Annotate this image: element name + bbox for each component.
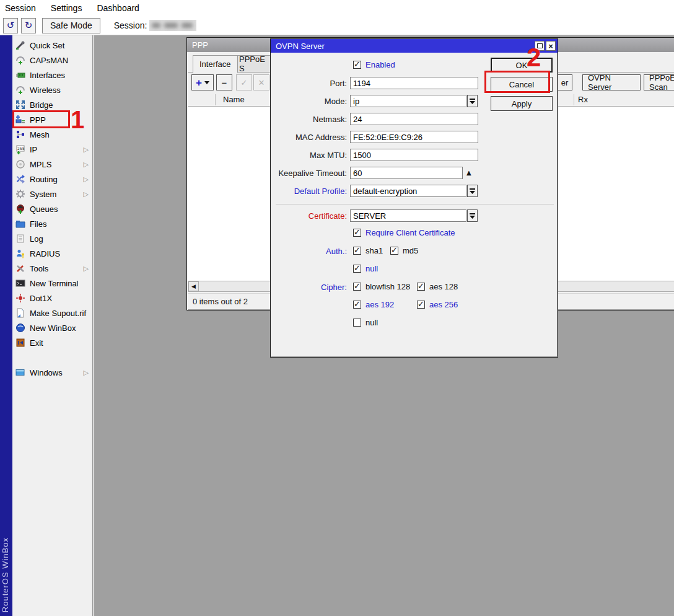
cipher-aes256-checkbox[interactable] xyxy=(417,301,425,309)
auth-sha1-checkbox[interactable] xyxy=(353,247,361,255)
sidebar-item-queues[interactable]: Queues xyxy=(12,201,92,216)
enable-button[interactable]: ✓ xyxy=(236,74,252,90)
menu-session[interactable]: Session xyxy=(5,3,36,13)
sidebar-item-label: Interfaces xyxy=(30,71,65,80)
brand-text: RouterOS WinBox xyxy=(1,537,12,612)
partial-server-button[interactable]: er xyxy=(557,74,572,90)
spinner-up-icon[interactable]: ▲ xyxy=(466,169,471,176)
sidebar-item-label: MPLS xyxy=(30,160,51,169)
cipher-aes128-checkbox[interactable] xyxy=(417,283,425,291)
mac-address-field[interactable] xyxy=(350,131,478,143)
port-label: Port: xyxy=(276,79,347,88)
default-profile-field[interactable] xyxy=(350,185,466,197)
port-field[interactable] xyxy=(350,77,478,89)
mpls-icon xyxy=(15,159,25,170)
sidebar-item-quick-set[interactable]: Quick Set xyxy=(12,38,92,53)
cipher-blowfish128-checkbox[interactable] xyxy=(353,283,361,291)
sidebar-item-mpls[interactable]: MPLS▷ xyxy=(12,157,92,172)
sidebar-item-exit[interactable]: Exit xyxy=(12,335,92,350)
ovpn-server-button[interactable]: OVPN Server xyxy=(582,74,641,90)
default-profile-dropdown-icon[interactable] xyxy=(467,185,478,197)
session-label: Session: xyxy=(114,20,147,30)
check-icon: ✓ xyxy=(241,78,248,87)
sidebar-item-label: System xyxy=(30,190,56,199)
sidebar-item-label: Log xyxy=(30,234,43,244)
sidebar-item-label: Routing xyxy=(30,175,58,184)
sidebar-item-label: Make Supout.rif xyxy=(30,309,86,318)
certificate-label: Certificate: xyxy=(276,211,347,221)
sidebar-item-tools[interactable]: Tools▷ xyxy=(12,261,92,276)
column-header-name[interactable]: Name xyxy=(223,95,245,104)
sidebar-item-label: Tools xyxy=(30,264,48,273)
sidebar-item-log[interactable]: Log xyxy=(12,231,92,246)
sidebar-item-dot1x[interactable]: Dot1X xyxy=(12,291,92,306)
mode-dropdown-icon[interactable] xyxy=(467,95,478,107)
sidebar-item-wireless[interactable]: Wireless xyxy=(12,82,92,97)
dialog-title: OVPN Server xyxy=(276,42,533,51)
sidebar-item-routing[interactable]: Routing▷ xyxy=(12,172,92,187)
cipher-aes256-label: aes 256 xyxy=(429,300,458,309)
keepalive-field[interactable] xyxy=(350,167,463,179)
redo-button[interactable]: ↻ xyxy=(21,18,36,33)
enabled-checkbox[interactable] xyxy=(353,61,361,69)
scroll-left-icon[interactable]: ◀ xyxy=(188,281,199,291)
tab-pppoe-servers[interactable]: PPPoE S xyxy=(232,55,272,73)
disable-button[interactable]: ✕ xyxy=(253,74,269,90)
dialog-titlebar[interactable]: OVPN Server × xyxy=(271,39,558,53)
pppoe-scan-button[interactable]: PPPoE Scan xyxy=(644,74,674,90)
auth-null-checkbox[interactable] xyxy=(353,265,361,273)
undo-button[interactable]: ↺ xyxy=(3,18,18,33)
remove-button[interactable]: − xyxy=(216,74,232,90)
sidebar-item-label: Files xyxy=(30,219,46,229)
sidebar-item-system[interactable]: System▷ xyxy=(12,187,92,201)
auth-null-label: null xyxy=(365,264,378,273)
queues-icon xyxy=(15,204,25,214)
main-area: RouterOS WinBox Quick SetCAPsMANInterfac… xyxy=(0,35,674,616)
cipher-null-checkbox[interactable] xyxy=(353,319,361,327)
sidebar-item-label: IP xyxy=(30,145,37,154)
sidebar-item-capsman[interactable]: CAPsMAN xyxy=(12,53,92,68)
menu-dashboard[interactable]: Dashboard xyxy=(97,3,139,13)
submenu-arrow-icon: ▷ xyxy=(84,161,89,169)
cipher-aes192-checkbox[interactable] xyxy=(353,301,361,309)
workspace: PPP × Interface PPPoE S + − ✓ ✕ er OVPN … xyxy=(94,35,674,616)
sidebar-item-windows[interactable]: Windows▷ xyxy=(12,365,92,380)
apply-button[interactable]: Apply xyxy=(491,96,553,111)
tools-icon xyxy=(15,263,25,274)
log-icon xyxy=(15,234,25,244)
keepalive-label: Keepalive Timeout: xyxy=(276,169,347,178)
mesh-icon xyxy=(15,130,25,140)
sidebar-item-new-terminal[interactable]: New Terminal xyxy=(12,276,92,291)
tab-interface[interactable]: Interface xyxy=(193,55,238,73)
annotation-box-1 xyxy=(12,110,70,128)
sidebar-item-new-winbox[interactable]: New WinBox xyxy=(12,320,92,335)
certificate-field[interactable] xyxy=(350,209,466,222)
auth-md5-checkbox[interactable] xyxy=(390,247,398,255)
mode-field[interactable] xyxy=(350,95,466,107)
sidebar-item-ip[interactable]: 255IP▷ xyxy=(12,142,92,157)
safe-mode-button[interactable]: Safe Mode xyxy=(42,18,100,33)
certificate-dropdown-icon[interactable] xyxy=(467,209,478,222)
max-mtu-field[interactable] xyxy=(350,149,478,161)
sidebar-item-interfaces[interactable]: Interfaces xyxy=(12,68,92,82)
require-client-cert-checkbox[interactable] xyxy=(353,229,361,237)
sidebar-item-files[interactable]: Files xyxy=(12,216,92,231)
submenu-arrow-icon: ▷ xyxy=(84,265,89,273)
system-icon xyxy=(15,189,25,200)
bridge-icon xyxy=(15,100,25,110)
redo-icon: ↻ xyxy=(25,20,33,31)
submenu-arrow-icon: ▷ xyxy=(84,146,89,154)
sidebar-item-radius[interactable]: RADIUS xyxy=(12,246,92,261)
sidebar-item-label: Exit xyxy=(30,338,43,348)
column-header-rx[interactable]: Rx xyxy=(578,95,588,104)
menu-settings[interactable]: Settings xyxy=(51,3,82,13)
add-button[interactable]: + xyxy=(191,74,214,90)
annotation-number-1: 1 xyxy=(71,107,84,132)
netmask-field[interactable] xyxy=(350,113,478,125)
dialog-close-icon[interactable]: × xyxy=(546,41,556,51)
sidebar-item-label: Wireless xyxy=(30,86,61,95)
sidebar-item-make-supout-rif[interactable]: Make Supout.rif xyxy=(12,306,92,320)
auth-sha1-label: sha1 xyxy=(365,246,383,255)
brand-strip: RouterOS WinBox xyxy=(0,35,12,616)
menubar: SessionSettingsDashboard xyxy=(0,0,674,16)
